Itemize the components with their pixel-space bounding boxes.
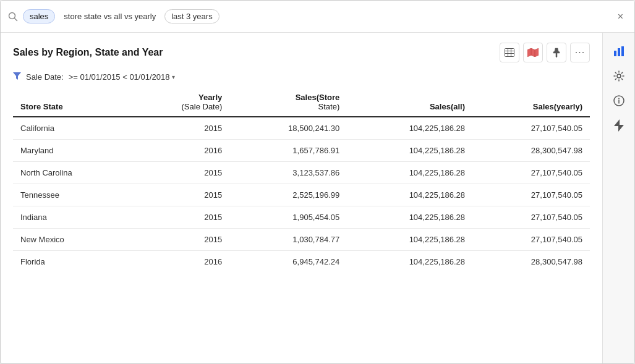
cell-sales-all: 104,225,186.28 — [347, 206, 472, 229]
table-view-button[interactable] — [500, 43, 519, 62]
table-row: North Carolina 2015 3,123,537.86 104,225… — [13, 162, 590, 184]
table-row: Maryland 2016 1,657,786.91 104,225,186.2… — [13, 140, 590, 162]
col-header-sales-store: Sales(StoreState) — [229, 88, 347, 117]
cell-sales-store: 1,657,786.91 — [229, 140, 347, 162]
close-search-button[interactable]: × — [614, 11, 627, 23]
cell-store-state: California — [13, 117, 131, 140]
cell-sales-yearly: 27,107,540.05 — [472, 206, 590, 229]
filter-value-dropdown[interactable]: >= 01/01/2015 < 01/01/2018 ▾ — [69, 72, 176, 82]
cell-yearly: 2015 — [131, 162, 229, 184]
table-row: Indiana 2015 1,905,454.05 104,225,186.28… — [13, 206, 590, 229]
svg-rect-10 — [618, 48, 620, 56]
cell-yearly: 2015 — [131, 117, 229, 140]
cell-sales-all: 104,225,186.28 — [347, 229, 472, 251]
cell-sales-all: 104,225,186.28 — [347, 184, 472, 206]
map-view-button[interactable] — [523, 43, 543, 62]
cell-sales-yearly: 27,107,540.05 — [472, 184, 590, 206]
search-icon — [8, 12, 18, 22]
filter-icon — [13, 72, 21, 82]
cell-sales-yearly: 27,107,540.05 — [472, 229, 590, 251]
svg-point-12 — [617, 74, 621, 78]
info-sidebar-button[interactable] — [608, 90, 630, 112]
svg-point-15 — [618, 98, 620, 99]
lightning-sidebar-button[interactable] — [608, 114, 630, 137]
cell-sales-store: 1,030,784.77 — [229, 229, 347, 251]
main-window: sales store state vs all vs yearly last … — [0, 0, 635, 364]
cell-store-state: Tennessee — [13, 184, 131, 206]
cell-yearly: 2016 — [131, 140, 229, 162]
panel-header: Sales by Region, State and Year — [1, 33, 602, 69]
filter-label: Sale Date: — [26, 72, 64, 82]
search-pill-last3years[interactable]: last 3 years — [164, 9, 219, 23]
col-header-store-state: Store State — [13, 88, 131, 117]
cell-yearly: 2015 — [131, 206, 229, 229]
cell-yearly: 2016 — [131, 251, 229, 273]
header-actions: ··· — [500, 43, 590, 62]
main-area: Sales by Region, State and Year — [1, 33, 634, 363]
cell-sales-all: 104,225,186.28 — [347, 162, 472, 184]
cell-store-state: Maryland — [13, 140, 131, 162]
cell-store-state: Indiana — [13, 206, 131, 229]
table-row: California 2015 18,500,241.30 104,225,18… — [13, 117, 590, 140]
search-segment-text: store state vs all vs yearly — [60, 10, 160, 23]
chart-sidebar-button[interactable] — [608, 40, 630, 62]
filter-row: Sale Date: >= 01/01/2015 < 01/01/2018 ▾ — [1, 69, 602, 88]
cell-sales-store: 6,945,742.24 — [229, 251, 347, 273]
table-row: New Mexico 2015 1,030,784.77 104,225,186… — [13, 229, 590, 251]
search-bar: sales store state vs all vs yearly last … — [1, 1, 634, 33]
cell-sales-store: 3,123,537.86 — [229, 162, 347, 184]
cell-sales-yearly: 28,300,547.98 — [472, 140, 590, 162]
cell-sales-store: 1,905,454.05 — [229, 206, 347, 229]
more-options-button[interactable]: ··· — [570, 43, 590, 62]
svg-rect-2 — [505, 49, 514, 57]
cell-sales-store: 2,525,196.99 — [229, 184, 347, 206]
svg-line-1 — [15, 18, 17, 20]
right-sidebar — [602, 33, 634, 363]
cell-store-state: New Mexico — [13, 229, 131, 251]
content-panel: Sales by Region, State and Year — [1, 33, 602, 363]
svg-rect-9 — [614, 51, 616, 56]
col-header-sales-all: Sales(all) — [347, 88, 472, 117]
cell-sales-yearly: 28,300,547.98 — [472, 251, 590, 273]
data-table: Store State Yearly(Sale Date) Sales(Stor… — [13, 88, 590, 273]
cell-store-state: Florida — [13, 251, 131, 273]
col-header-yearly: Yearly(Sale Date) — [131, 88, 229, 117]
pin-button[interactable] — [547, 43, 566, 62]
cell-yearly: 2015 — [131, 229, 229, 251]
panel-title: Sales by Region, State and Year — [13, 47, 163, 58]
settings-sidebar-button[interactable] — [608, 65, 630, 87]
table-row: Tennessee 2015 2,525,196.99 104,225,186.… — [13, 184, 590, 206]
cell-store-state: North Carolina — [13, 162, 131, 184]
svg-rect-11 — [621, 46, 624, 56]
cell-sales-store: 18,500,241.30 — [229, 117, 347, 140]
filter-value-text: >= 01/01/2015 < 01/01/2018 — [69, 72, 170, 82]
data-table-container[interactable]: Store State Yearly(Sale Date) Sales(Stor… — [1, 88, 602, 363]
cell-sales-yearly: 27,107,540.05 — [472, 162, 590, 184]
table-row: Florida 2016 6,945,742.24 104,225,186.28… — [13, 251, 590, 273]
cell-sales-yearly: 27,107,540.05 — [472, 117, 590, 140]
table-header-row: Store State Yearly(Sale Date) Sales(Stor… — [13, 88, 590, 117]
col-header-sales-yearly: Sales(yearly) — [472, 88, 590, 117]
cell-sales-all: 104,225,186.28 — [347, 140, 472, 162]
cell-sales-all: 104,225,186.28 — [347, 251, 472, 273]
chevron-down-icon: ▾ — [172, 74, 175, 80]
cell-sales-all: 104,225,186.28 — [347, 117, 472, 140]
search-pill-sales[interactable]: sales — [23, 9, 55, 23]
cell-yearly: 2015 — [131, 184, 229, 206]
